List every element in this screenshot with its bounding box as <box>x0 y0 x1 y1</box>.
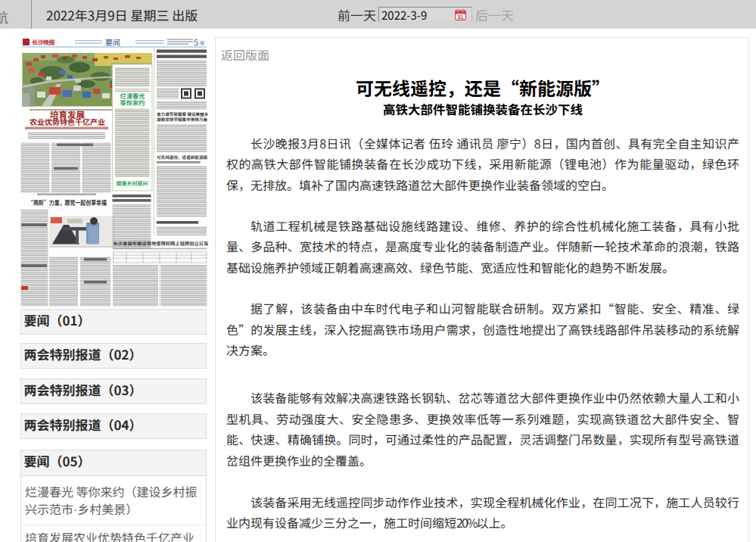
svg-text:可无线遥控，还是新能源版: 可无线遥控，还是新能源版 <box>157 154 208 160</box>
svg-text:等你来约: 等你来约 <box>120 98 145 107</box>
svg-text:要闻: 要闻 <box>105 37 120 48</box>
svg-text:湖南安排早稻集中育秧万亩: 湖南安排早稻集中育秧万亩 <box>157 117 208 123</box>
svg-text:农业优势特色千亿产业: 农业优势特色千亿产业 <box>30 116 105 127</box>
svg-text:5: 5 <box>194 37 198 48</box>
svg-text:“两新”力量，跟党一起创享幸福: “两新”力量，跟党一起创享幸福 <box>28 198 107 207</box>
svg-text:版: 版 <box>200 39 204 46</box>
svg-text:长沙晚报: 长沙晚报 <box>32 38 54 46</box>
svg-text:长沙县国有建设用地使用权网上挂牌出让公告: 长沙县国有建设用地使用权网上挂牌出让公告 <box>114 240 209 247</box>
svg-text:31: 31 <box>458 14 464 20</box>
svg-text:健康乡村振兴: 健康乡村振兴 <box>117 179 148 187</box>
